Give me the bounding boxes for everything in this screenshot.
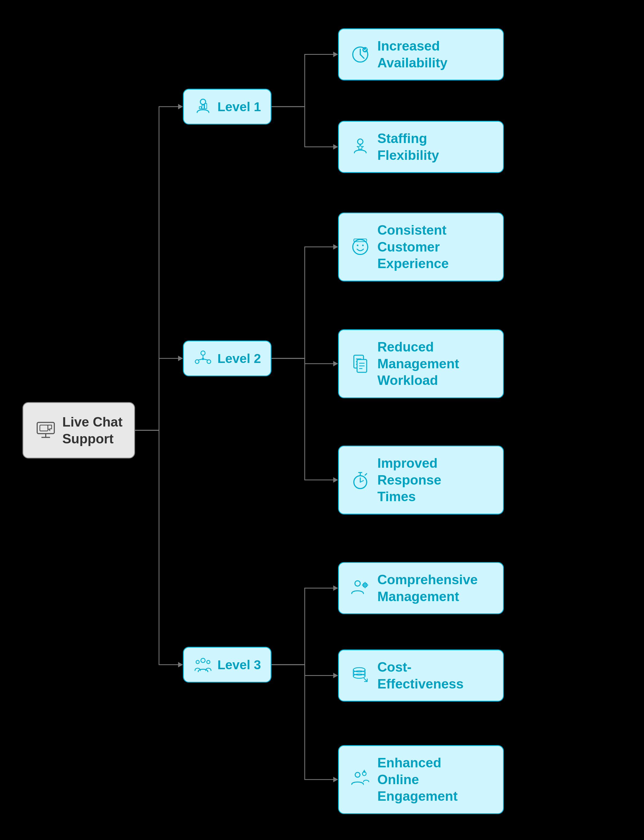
coins-down-icon [350, 665, 371, 686]
level1-node: Level 1 [183, 89, 271, 124]
people-online-icon [350, 769, 371, 790]
svg-point-27 [196, 660, 199, 663]
svg-point-19 [201, 351, 205, 355]
people-settings-icon [350, 578, 371, 599]
people-network-icon [193, 349, 213, 368]
svg-marker-7 [333, 477, 338, 483]
svg-marker-0 [178, 104, 183, 109]
svg-marker-3 [333, 52, 338, 57]
svg-point-33 [357, 244, 358, 246]
document-list-icon [350, 353, 371, 375]
leaf-consistent-customer-experience-text: ConsistentCustomerExperience [377, 222, 449, 272]
person-chart-icon [193, 97, 213, 116]
root-node: Live ChatSupport [23, 402, 135, 458]
svg-marker-5 [333, 244, 338, 250]
leaf-staffing-flexibility-text: StaffingFlexibility [377, 130, 439, 164]
svg-point-25 [202, 358, 204, 360]
face-smile-icon [350, 236, 371, 258]
svg-point-30 [362, 47, 368, 52]
svg-rect-17 [202, 105, 204, 109]
svg-point-52 [364, 584, 366, 586]
leaf-comprehensive-management: ComprehensiveManagement [338, 562, 504, 614]
svg-point-28 [207, 660, 210, 663]
level1-label: Level 1 [217, 100, 261, 114]
leaf-increased-availability-text: IncreasedAvailability [377, 38, 447, 71]
svg-point-64 [355, 772, 360, 777]
svg-marker-8 [333, 586, 338, 591]
svg-marker-6 [333, 361, 338, 367]
leaf-enhanced-online-engagement: EnhancedOnlineEngagement [338, 745, 504, 814]
leaf-improved-response-times: ImprovedResponseTimes [338, 445, 504, 514]
leaf-cost-effectiveness-text: Cost-Effectiveness [377, 659, 463, 692]
leaf-comprehensive-management-text: ComprehensiveManagement [377, 571, 478, 605]
svg-line-49 [365, 473, 367, 475]
level3-label: Level 3 [217, 657, 261, 672]
svg-point-34 [362, 244, 364, 246]
level2-label: Level 2 [217, 351, 261, 366]
svg-marker-9 [333, 673, 338, 678]
stopwatch-icon [350, 469, 371, 491]
svg-marker-4 [333, 144, 338, 150]
leaf-staffing-flexibility: StaffingFlexibility [338, 121, 504, 173]
leaf-enhanced-online-engagement-text: EnhancedOnlineEngagement [377, 755, 458, 805]
leaf-increased-availability: IncreasedAvailability [338, 28, 504, 80]
clock-check-icon [350, 44, 371, 65]
star-person-icon [350, 136, 371, 158]
svg-line-46 [360, 481, 363, 482]
leaf-reduced-management-workload: ReducedManagementWorkload [338, 329, 504, 398]
level3-node: Level 3 [183, 647, 271, 683]
svg-point-50 [355, 581, 360, 586]
leaf-improved-response-times-text: ImprovedResponseTimes [377, 455, 441, 505]
svg-rect-16 [199, 106, 201, 109]
leaf-reduced-management-workload-text: ReducedManagementWorkload [377, 339, 459, 389]
people-group-icon [193, 655, 213, 674]
monitor-chat-icon [35, 419, 56, 441]
svg-marker-1 [178, 356, 183, 361]
svg-marker-10 [333, 777, 338, 782]
svg-rect-14 [40, 425, 48, 431]
svg-point-66 [363, 771, 365, 773]
leaf-consistent-customer-experience: ConsistentCustomerExperience [338, 213, 504, 282]
svg-point-63 [353, 674, 365, 678]
svg-point-31 [358, 139, 363, 144]
leaf-cost-effectiveness: Cost-Effectiveness [338, 650, 504, 702]
svg-rect-18 [205, 103, 207, 109]
svg-point-26 [201, 658, 205, 663]
root-node-text: Live ChatSupport [62, 414, 123, 447]
svg-marker-2 [178, 662, 183, 667]
level2-node: Level 2 [183, 341, 271, 376]
